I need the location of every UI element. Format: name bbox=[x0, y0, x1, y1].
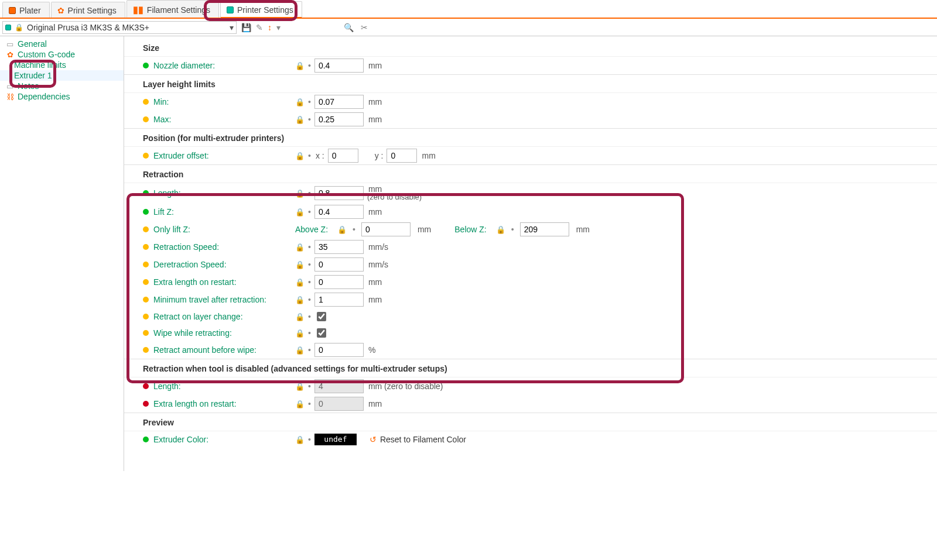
wipe-retracting-checkbox[interactable] bbox=[317, 328, 326, 338]
reset-dot[interactable]: • bbox=[353, 225, 355, 234]
hint-label: (zero to disable) bbox=[367, 193, 422, 201]
status-dot bbox=[143, 226, 149, 232]
lock-icon[interactable]: 🔒 bbox=[295, 382, 305, 391]
disabled-length-input bbox=[314, 379, 364, 393]
lock-icon[interactable]: 🔒 bbox=[295, 98, 305, 106]
field-label: Minimum travel after retraction: bbox=[153, 295, 266, 304]
row-extruder-offset: Extruder offset: 🔒 • x : y : mm bbox=[124, 147, 937, 164]
unit-label: mm/s bbox=[368, 260, 388, 269]
sidebar-item-custom-gcode[interactable]: ✿ Custom G-code bbox=[0, 49, 124, 60]
tab-filament-settings[interactable]: ▮▮ Filament Settings bbox=[126, 0, 219, 18]
min-travel-input[interactable] bbox=[314, 293, 364, 307]
reset-dot[interactable]: • bbox=[308, 277, 311, 287]
retract-before-wipe-input[interactable] bbox=[314, 343, 364, 357]
reset-dot[interactable]: • bbox=[308, 260, 311, 269]
tab-plater[interactable]: Plater bbox=[2, 2, 50, 18]
status-dot bbox=[143, 383, 149, 389]
rename-preset-icon[interactable]: ✎ bbox=[256, 23, 263, 32]
extra-length-restart-input[interactable] bbox=[314, 275, 364, 289]
lock-icon[interactable]: 🔒 bbox=[295, 278, 305, 287]
tab-printer-settings[interactable]: Printer Settings bbox=[220, 1, 302, 18]
retraction-length-input[interactable] bbox=[314, 186, 364, 200]
row-retract-before-wipe: Retract amount before wipe: 🔒 • % bbox=[124, 341, 937, 359]
reset-filament-color-button[interactable]: ↺ Reset to Filament Color bbox=[370, 435, 466, 444]
lock-icon[interactable]: 🔒 bbox=[337, 225, 347, 234]
reset-dot[interactable]: • bbox=[308, 435, 311, 444]
lock-icon[interactable]: 🔒 bbox=[496, 225, 505, 234]
lock-icon[interactable]: 🔒 bbox=[295, 296, 305, 304]
notes-icon: ▭ bbox=[6, 82, 14, 91]
lock-icon[interactable]: 🔒 bbox=[295, 208, 305, 217]
reset-dot[interactable]: • bbox=[308, 242, 311, 252]
retract-layer-change-checkbox[interactable] bbox=[317, 312, 326, 321]
reset-dot[interactable]: • bbox=[308, 312, 311, 321]
reset-dot[interactable]: • bbox=[511, 225, 514, 234]
retraction-speed-input[interactable] bbox=[314, 240, 364, 254]
sidebar-item-extruder-1[interactable]: Extruder 1 bbox=[0, 70, 124, 81]
tab-label: Print Settings bbox=[68, 6, 117, 15]
sidebar-item-label: Dependencies bbox=[18, 92, 70, 101]
y-label: y : bbox=[375, 151, 384, 160]
lock-icon[interactable]: 🔒 bbox=[295, 435, 305, 444]
below-z-input[interactable] bbox=[520, 222, 569, 236]
sidebar-item-label: Extruder 1 bbox=[14, 71, 52, 80]
sidebar-item-general[interactable]: ▭ General bbox=[0, 39, 124, 49]
tab-print-settings[interactable]: ✿ Print Settings bbox=[51, 2, 125, 18]
layer-min-input[interactable] bbox=[314, 95, 364, 109]
save-preset-icon[interactable]: 💾 bbox=[241, 23, 251, 32]
unit-label: mm (zero to disable) bbox=[368, 382, 443, 391]
lock-icon[interactable]: 🔒 bbox=[295, 189, 305, 198]
chevron-down-icon: ▾ bbox=[230, 23, 234, 32]
lock-icon[interactable]: 🔒 bbox=[295, 61, 305, 70]
preset-selector[interactable]: 🔒 Original Prusa i3 MK3S & MK3S+ ▾ bbox=[2, 21, 237, 34]
reset-dot[interactable]: • bbox=[308, 151, 311, 160]
nozzle-diameter-input[interactable] bbox=[314, 59, 364, 73]
group-header-retraction: Retraction bbox=[124, 164, 937, 183]
lock-icon[interactable]: 🔒 bbox=[295, 400, 305, 408]
sidebar-item-label: Notes bbox=[18, 81, 39, 91]
reset-dot[interactable]: • bbox=[308, 97, 311, 106]
reset-dot[interactable]: • bbox=[308, 345, 311, 355]
lift-z-input[interactable] bbox=[314, 205, 364, 219]
lock-icon[interactable]: 🔒 bbox=[295, 152, 305, 160]
tab-label: Plater bbox=[19, 6, 41, 15]
reset-dot[interactable]: • bbox=[308, 207, 311, 217]
lock-icon[interactable]: 🔒 bbox=[295, 243, 305, 252]
disabled-extra-input bbox=[314, 397, 364, 411]
row-deretraction-speed: Deretraction Speed: 🔒 • mm/s bbox=[124, 256, 937, 273]
lock-icon[interactable]: 🔒 bbox=[295, 260, 305, 269]
offset-y-input[interactable] bbox=[387, 149, 417, 163]
offset-x-input[interactable] bbox=[328, 149, 358, 163]
row-min-travel: Minimum travel after retraction: 🔒 • mm bbox=[124, 291, 937, 308]
reset-dot[interactable]: • bbox=[308, 115, 311, 124]
extruder-color-swatch[interactable]: undef bbox=[314, 434, 357, 445]
row-disabled-extra: Extra length on restart: 🔒 • mm bbox=[124, 395, 937, 413]
search-icon[interactable]: 🔍 bbox=[344, 23, 354, 32]
delete-preset-icon[interactable]: ▾ bbox=[276, 23, 281, 32]
field-label: Length: bbox=[153, 188, 181, 198]
reset-dot[interactable]: • bbox=[308, 328, 311, 338]
reset-dot[interactable]: • bbox=[308, 61, 311, 70]
reset-dot[interactable]: • bbox=[308, 399, 311, 408]
layer-max-input[interactable] bbox=[314, 112, 364, 126]
compare-preset-icon[interactable]: ↕ bbox=[268, 23, 272, 32]
unit-label: % bbox=[368, 345, 375, 355]
lock-icon[interactable]: 🔒 bbox=[295, 346, 305, 355]
reset-dot[interactable]: • bbox=[308, 382, 311, 391]
settings-icon[interactable]: ✂ bbox=[361, 23, 368, 32]
top-tabs: Plater ✿ Print Settings ▮▮ Filament Sett… bbox=[0, 0, 937, 19]
above-z-input[interactable] bbox=[361, 222, 411, 236]
sidebar-item-notes[interactable]: ▭ Notes bbox=[0, 81, 124, 91]
row-nozzle-diameter: Nozzle diameter: 🔒 • mm bbox=[124, 57, 937, 74]
reset-dot[interactable]: • bbox=[308, 188, 311, 198]
lock-icon[interactable]: 🔒 bbox=[295, 115, 305, 124]
group-header-position: Position (for multi-extruder printers) bbox=[124, 128, 937, 147]
reset-dot[interactable]: • bbox=[308, 295, 311, 304]
lock-icon[interactable]: 🔒 bbox=[295, 329, 305, 338]
sidebar-item-machine-limits[interactable]: Machine limits bbox=[0, 60, 124, 70]
sidebar-item-dependencies[interactable]: ⛓ Dependencies bbox=[0, 91, 124, 102]
tab-label: Printer Settings bbox=[237, 5, 293, 15]
lock-icon[interactable]: 🔒 bbox=[295, 312, 305, 321]
deretraction-speed-input[interactable] bbox=[314, 257, 364, 272]
sidebar-item-label: Custom G-code bbox=[18, 50, 75, 59]
